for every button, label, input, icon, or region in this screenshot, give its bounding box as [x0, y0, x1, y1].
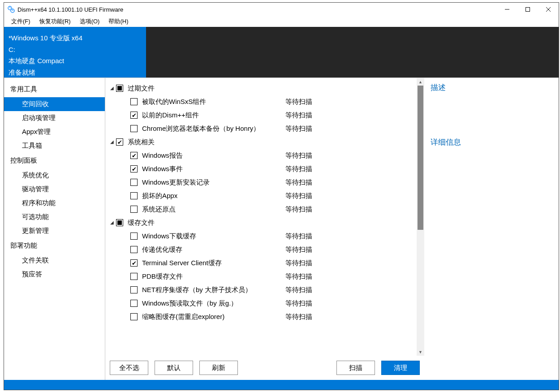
scroll-down-arrow[interactable]: ▼ [417, 348, 424, 356]
cleanup-item-row[interactable]: Windows更新安装记录等待扫描 [109, 176, 424, 189]
item-checkbox[interactable] [130, 300, 138, 307]
info-detail-header: 详细信息 [431, 137, 552, 148]
item-checkbox[interactable] [130, 179, 138, 186]
group-checkbox[interactable] [116, 85, 123, 92]
title-bar: Dism++x64 10.1.1001.10 UEFI Firmware [4, 3, 559, 16]
sidebar-section-head: 部署功能 [4, 238, 105, 254]
menu-options[interactable]: 选项(O) [75, 17, 104, 26]
item-checkbox[interactable] [130, 286, 138, 293]
item-status: 等待扫描 [285, 192, 312, 200]
item-checkbox[interactable] [130, 112, 138, 119]
item-label: Windows事件 [142, 165, 285, 173]
vertical-scrollbar[interactable]: ▲ ▼ [417, 78, 424, 356]
window-title: Dism++x64 10.1.1001.10 UEFI Firmware [17, 6, 497, 13]
scroll-track[interactable] [417, 86, 424, 348]
expand-collapse-icon[interactable]: ◢ [109, 86, 115, 90]
item-checkbox[interactable] [130, 165, 138, 172]
item-status: 等待扫描 [285, 286, 312, 294]
sidebar-item[interactable]: 空间回收 [4, 97, 105, 111]
item-checkbox[interactable] [130, 206, 138, 213]
item-label: Windows预读取文件（by 辰g.） [142, 299, 285, 308]
item-label: 以前的Dism++组件 [142, 111, 285, 120]
cleanup-item-row[interactable]: NET程序集缓存（by 大胖子技术员）等待扫描 [109, 283, 424, 297]
maximize-button[interactable] [517, 3, 538, 16]
item-label: Terminal Server Client缓存 [142, 259, 285, 267]
scroll-thumb[interactable] [418, 86, 423, 230]
menu-help[interactable]: 帮助(H) [104, 17, 133, 26]
sidebar-item[interactable]: 预应答 [4, 267, 105, 281]
info-description-header: 描述 [431, 82, 552, 93]
sidebar-item[interactable]: 程序和功能 [4, 196, 105, 210]
os-edition: *Windows 10 专业版 x64 [9, 32, 142, 44]
sidebar-item[interactable]: 启动项管理 [4, 111, 105, 125]
sidebar-item[interactable]: 工具箱 [4, 139, 105, 153]
item-label: 损坏的Appx [142, 192, 285, 200]
cleanup-item-row[interactable]: 传递优化缓存等待扫描 [109, 243, 424, 256]
group-checkbox[interactable] [116, 138, 123, 146]
cleanup-item-row[interactable]: 系统还原点等待扫描 [109, 202, 424, 216]
cleanup-item-row[interactable]: Windows报告等待扫描 [109, 149, 424, 162]
cleanup-group-header[interactable]: ◢系统相关 [109, 135, 424, 149]
item-checkbox[interactable] [130, 313, 138, 320]
item-checkbox[interactable] [130, 98, 138, 105]
cleanup-group-header[interactable]: ◢过期文件 [109, 82, 424, 95]
menu-recover[interactable]: 恢复功能(R) [35, 17, 75, 26]
sidebar: 常用工具空间回收启动项管理Appx管理工具箱控制面板系统优化驱动管理程序和功能可… [4, 78, 105, 380]
expand-collapse-icon[interactable]: ◢ [109, 139, 115, 144]
item-label: Windows更新安装记录 [142, 178, 285, 187]
sidebar-item[interactable]: 更新管理 [4, 224, 105, 238]
sidebar-item[interactable]: 驱动管理 [4, 182, 105, 196]
refresh-button[interactable]: 刷新 [199, 361, 238, 375]
cleanup-item-row[interactable]: 以前的Dism++组件等待扫描 [109, 108, 424, 122]
item-status: 等待扫描 [285, 125, 312, 133]
sidebar-item[interactable]: 可选功能 [4, 210, 105, 224]
item-status: 等待扫描 [285, 259, 312, 267]
item-status: 等待扫描 [285, 151, 312, 160]
item-status: 等待扫描 [285, 232, 312, 241]
cleanup-item-row[interactable]: Terminal Server Client缓存等待扫描 [109, 256, 424, 270]
default-button[interactable]: 默认 [155, 361, 193, 375]
item-checkbox[interactable] [130, 152, 138, 159]
item-checkbox[interactable] [130, 125, 138, 132]
item-checkbox[interactable] [130, 259, 138, 267]
os-disk: 本地硬盘 Compact [9, 55, 142, 67]
item-checkbox[interactable] [130, 273, 138, 280]
sidebar-item[interactable]: Appx管理 [4, 125, 105, 139]
app-icon [8, 6, 15, 13]
minimize-button[interactable] [497, 3, 517, 16]
group-label: 过期文件 [128, 84, 155, 93]
cleanup-item-row[interactable]: Windows下载缓存等待扫描 [109, 229, 424, 243]
close-button[interactable] [538, 3, 559, 16]
item-label: 传递优化缓存 [142, 246, 285, 254]
item-label: 缩略图缓存(需重启explorer) [142, 313, 285, 321]
cleanup-item-row[interactable]: Chrome浏览器老版本备份（by Honry）等待扫描 [109, 122, 424, 135]
item-checkbox[interactable] [130, 246, 138, 253]
item-status: 等待扫描 [285, 178, 312, 187]
os-info-panel[interactable]: *Windows 10 专业版 x64 C: 本地硬盘 Compact 准备就绪 [4, 27, 146, 78]
main-content: 常用工具空间回收启动项管理Appx管理工具箱控制面板系统优化驱动管理程序和功能可… [4, 78, 559, 380]
scan-button[interactable]: 扫描 [336, 361, 375, 375]
cleanup-group-header[interactable]: ◢缓存文件 [109, 216, 424, 229]
cleanup-item-row[interactable]: PDB缓存文件等待扫描 [109, 270, 424, 283]
cleanup-item-row[interactable]: Windows预读取文件（by 辰g.）等待扫描 [109, 297, 424, 310]
cleanup-item-row[interactable]: 缩略图缓存(需重启explorer)等待扫描 [109, 310, 424, 323]
menu-file[interactable]: 文件(F) [7, 17, 35, 26]
sidebar-item[interactable]: 系统优化 [4, 168, 105, 182]
cleanup-item-row[interactable]: 损坏的Appx等待扫描 [109, 189, 424, 202]
deselect-all-button[interactable]: 全不选 [110, 361, 148, 375]
cleanup-item-row[interactable]: 被取代的WinSxS组件等待扫描 [109, 95, 424, 108]
scroll-up-arrow[interactable]: ▲ [417, 78, 424, 86]
item-status: 等待扫描 [285, 111, 312, 120]
svg-rect-3 [526, 8, 530, 12]
item-label: Windows报告 [142, 151, 285, 160]
item-status: 等待扫描 [285, 272, 312, 281]
item-checkbox[interactable] [130, 233, 138, 240]
item-checkbox[interactable] [130, 192, 138, 199]
cleanup-item-row[interactable]: Windows事件等待扫描 [109, 162, 424, 176]
group-checkbox[interactable] [116, 219, 123, 226]
clean-button[interactable]: 清理 [381, 361, 420, 375]
center-panel: ◢过期文件被取代的WinSxS组件等待扫描以前的Dism++组件等待扫描Chro… [105, 78, 424, 380]
item-status: 等待扫描 [285, 205, 312, 214]
expand-collapse-icon[interactable]: ◢ [109, 220, 115, 225]
sidebar-item[interactable]: 文件关联 [4, 254, 105, 267]
